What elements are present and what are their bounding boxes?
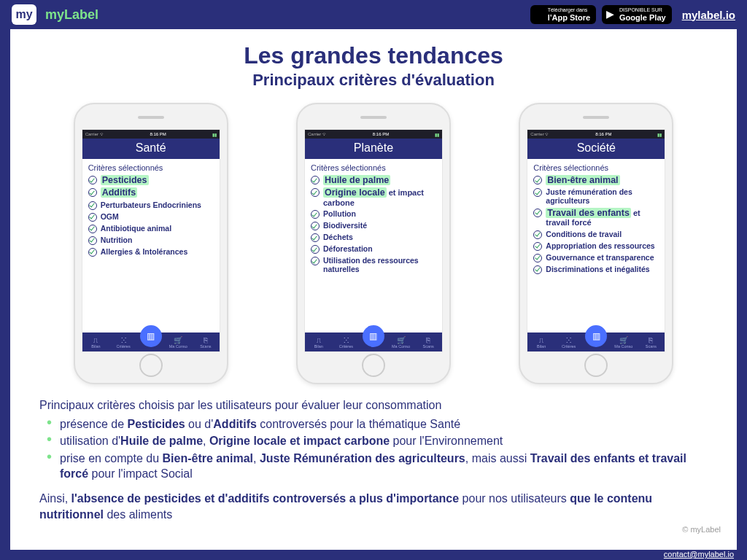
tab-item[interactable]: ⎘Scans: [192, 336, 220, 349]
status-left: Carrier ᯤ: [85, 132, 104, 136]
criteria-item: Pollution: [311, 209, 436, 219]
phone-screen: Carrier ᯤ8:16 PM▮▮SantéCritères sélectio…: [82, 129, 220, 352]
logo: my: [12, 4, 36, 25]
criteria-item: Appropriation des ressources: [533, 241, 659, 251]
criteria-item: Gouvernance et transparence: [533, 253, 659, 262]
tab-item[interactable]: ⵘCritères: [333, 336, 360, 349]
appstore-big: l'App Store: [548, 13, 590, 22]
criteria-item: Nutrition: [88, 236, 214, 245]
check-icon: [311, 210, 320, 219]
criteria-title: Critères sélectionnés: [88, 163, 214, 172]
criteria-label: Biodiversité: [323, 221, 367, 230]
statusbar: Carrier ᯤ8:16 PM▮▮: [527, 130, 665, 139]
criteria-item: Bien-être animal: [533, 175, 659, 185]
criteria-label: Pesticides: [101, 175, 149, 185]
status-time: 8:16 PM: [150, 132, 166, 136]
criteria-list: Critères sélectionnésBien-être animalJus…: [527, 159, 665, 332]
criteria-label: Déforestation: [323, 244, 373, 253]
criteria-label: Perturbateurs Endocriniens: [101, 201, 201, 209]
appstore-small: Télécharger dans: [548, 7, 590, 13]
scan-button[interactable]: ▥: [585, 325, 607, 347]
check-icon: [533, 242, 542, 251]
check-icon: [533, 265, 542, 274]
criteria-label: Conditions de travail: [546, 230, 622, 238]
app-header: Société: [527, 139, 665, 159]
conclusion-text: Ainsi, l'absence de pesticides et d'addi…: [39, 491, 708, 522]
status-battery: ▮▮: [435, 132, 439, 137]
app-header: Planète: [305, 139, 442, 159]
criteria-label: Antibiotique animal: [101, 224, 171, 233]
check-icon: [311, 176, 320, 184]
bullet-3: prise en compte du Bien-être animal, Jus…: [60, 451, 708, 482]
check-icon: [88, 176, 97, 184]
check-icon: [311, 257, 320, 265]
status-time: 8:16 PM: [373, 132, 389, 136]
tab-item[interactable]: 🛒Ma Conso: [164, 336, 192, 349]
check-icon: [88, 213, 97, 222]
tab-item[interactable]: ⎍Bilan: [305, 336, 333, 349]
app-store-badge[interactable]: Télécharger dans l'App Store: [530, 5, 596, 24]
check-icon: [311, 245, 320, 254]
scan-button[interactable]: ▥: [140, 325, 162, 347]
check-icon: [88, 225, 97, 233]
criteria-item: Huile de palme: [311, 175, 436, 185]
tab-item[interactable]: 🛒Ma Conso: [610, 336, 638, 349]
scan-button[interactable]: ▥: [363, 325, 384, 347]
tab-item[interactable]: 🛒Ma Conso: [387, 336, 415, 349]
criteria-label: Allergies & Intolérances: [101, 247, 188, 256]
criteria-label: Origine locale et impact carbone: [323, 187, 436, 207]
phones-row: Carrier ᯤ8:16 PM▮▮SantéCritères sélectio…: [39, 103, 708, 384]
criteria-item: Origine locale et impact carbone: [311, 187, 436, 207]
tab-item[interactable]: ⎍Bilan: [82, 336, 110, 349]
tab-item[interactable]: ⎍Bilan: [527, 336, 555, 349]
tab-bar: ⎍BilanⵘCritères▥Scan🛒Ma Conso⎘Scans: [82, 332, 220, 351]
phone-mockup: Carrier ᯤ8:16 PM▮▮SantéCritères sélectio…: [74, 103, 228, 384]
criteria-item: Perturbateurs Endocriniens: [88, 201, 214, 210]
status-left: Carrier ᯤ: [308, 132, 327, 136]
tab-bar: ⎍BilanⵘCritères▥Scan🛒Ma Conso⎘Scans: [527, 332, 665, 351]
criteria-label: Appropriation des ressources: [546, 241, 654, 250]
criteria-item: Pesticides: [88, 175, 214, 185]
play-icon: ▶: [606, 9, 614, 20]
check-icon: [533, 254, 542, 262]
copyright: © myLabel: [682, 525, 721, 534]
criteria-label: Huile de palme: [323, 175, 390, 185]
tab-item[interactable]: ⎘Scans: [414, 336, 442, 349]
criteria-item: OGM: [88, 212, 214, 222]
criteria-list: Critères sélectionnésPesticidesAdditifsP…: [82, 159, 220, 332]
statusbar: Carrier ᯤ8:16 PM▮▮: [305, 130, 442, 139]
statusbar: Carrier ᯤ8:16 PM▮▮: [82, 130, 220, 139]
check-icon: [88, 188, 97, 197]
criteria-item: Discriminations et inégalités: [533, 265, 659, 274]
status-battery: ▮▮: [212, 132, 217, 137]
tab-item[interactable]: ⵘCritères: [555, 336, 583, 349]
criteria-item: Juste rémunération des agriculteurs: [533, 187, 659, 205]
phone-screen: Carrier ᯤ8:16 PM▮▮SociétéCritères sélect…: [527, 129, 665, 352]
contact-link[interactable]: contact@mylabel.io: [664, 550, 734, 559]
tab-item[interactable]: ⵘCritères: [109, 336, 137, 349]
criteria-item: Conditions de travail: [533, 230, 659, 239]
criteria-item: Antibiotique animal: [88, 224, 214, 233]
criteria-title: Critères sélectionnés: [533, 163, 659, 172]
criteria-label: Utilisation des ressources naturelles: [323, 256, 436, 273]
criteria-item: Déforestation: [311, 244, 436, 254]
google-play-badge[interactable]: ▶ DISPONIBLE SUR Google Play: [602, 5, 672, 24]
criteria-item: Additifs: [88, 187, 214, 198]
criteria-label: Nutrition: [101, 236, 133, 244]
page-title: Les grandes tendances: [39, 42, 708, 69]
app-header: Santé: [82, 139, 220, 159]
tab-item[interactable]: ⎘Scans: [638, 336, 665, 349]
status-battery: ▮▮: [657, 132, 662, 137]
body-text: Principaux critères choisis par les util…: [39, 397, 708, 522]
criteria-label: Bien-être animal: [546, 175, 619, 185]
check-icon: [88, 236, 97, 245]
site-link[interactable]: mylabel.io: [682, 9, 735, 21]
status-time: 8:16 PM: [595, 132, 611, 136]
criteria-label: Pollution: [323, 209, 356, 218]
criteria-label: Travail des enfants et travail forcé: [546, 208, 659, 228]
criteria-label: Juste rémunération des agriculteurs: [546, 187, 659, 205]
criteria-item: Utilisation des ressources naturelles: [311, 256, 436, 273]
bullet-2: utilisation d'Huile de palme, Origine lo…: [60, 433, 708, 449]
criteria-list: Critères sélectionnésHuile de palmeOrigi…: [305, 159, 442, 332]
gplay-small: DISPONIBLE SUR: [619, 7, 666, 13]
